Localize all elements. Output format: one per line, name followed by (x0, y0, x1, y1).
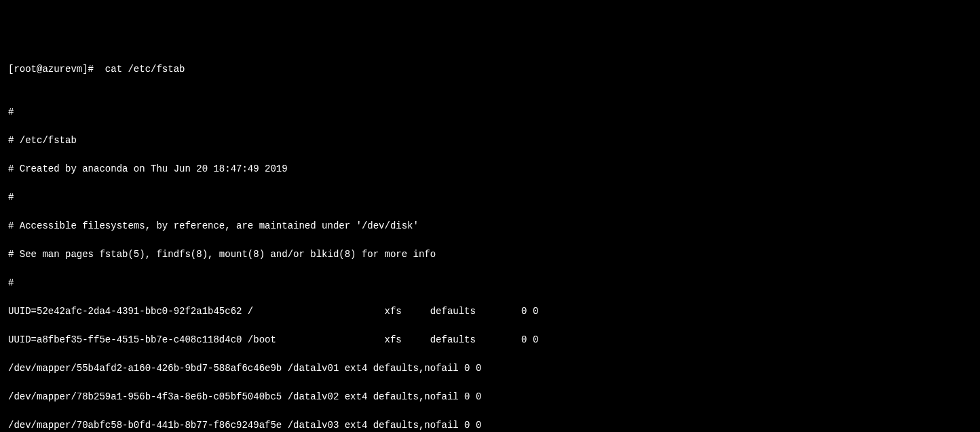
fstab-entry-root: UUID=52e42afc-2da4-4391-bbc0-92f2a1b45c6… (8, 305, 972, 319)
fstab-comment: # (8, 191, 972, 205)
fstab-comment: # /etc/fstab (8, 134, 972, 148)
terminal-prompt-cat-fstab: [root@azurevm]# cat /etc/fstab (8, 62, 972, 77)
fstab-entry-datalv03: /dev/mapper/70abfc58-b0fd-441b-8b77-f86c… (8, 418, 972, 432)
fstab-comment: # (8, 276, 972, 290)
fstab-comment: # Created by anaconda on Thu Jun 20 18:4… (8, 162, 972, 176)
fstab-comment: # Accessible filesystems, by reference, … (8, 219, 972, 233)
fstab-comment: # (8, 105, 972, 119)
fstab-entry-boot: UUID=a8fbef35-ff5e-4515-bb7e-c408c118d4c… (8, 333, 972, 347)
fstab-entry-datalv01: /dev/mapper/55b4afd2-a160-426b-9bd7-588a… (8, 361, 972, 376)
fstab-comment: # See man pages fstab(5), findfs(8), mou… (8, 248, 972, 262)
fstab-entry-datalv02: /dev/mapper/78b259a1-956b-4f3a-8e6b-c05b… (8, 390, 972, 404)
